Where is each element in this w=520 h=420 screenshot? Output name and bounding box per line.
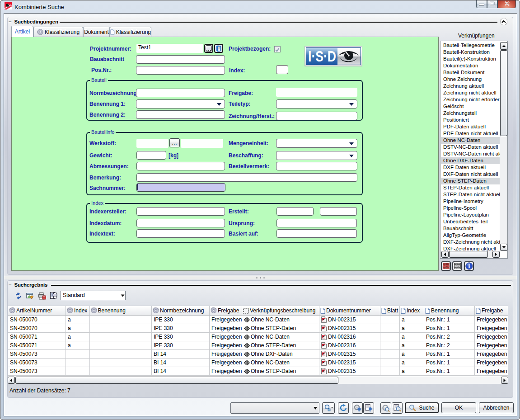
svg-text:I·S·D: I·S·D <box>308 47 336 65</box>
